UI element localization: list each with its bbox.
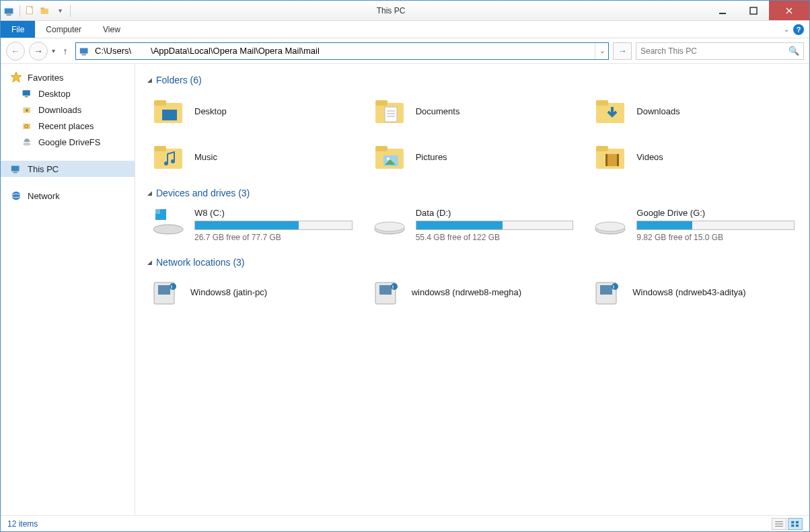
sidebar-label: Desktop — [38, 89, 71, 99]
folder-downloads[interactable]: Downloads — [589, 92, 797, 130]
title-bar: ▾ This PC — [1, 1, 809, 21]
folder-music[interactable]: Music — [147, 138, 355, 176]
navigation-bar: ← → ▾ ↑ ⌄ → 🔍 — [1, 38, 809, 64]
section-netloc-header[interactable]: ◢ Network locations (3) — [147, 257, 797, 268]
up-button[interactable]: ↑ — [59, 46, 71, 56]
svg-rect-25 — [162, 110, 177, 120]
sidebar-label: Recent places — [38, 121, 94, 131]
sidebar-favorites-header[interactable]: Favorites — [1, 69, 135, 85]
sidebar-label: Downloads — [38, 105, 81, 115]
svg-rect-39 — [375, 146, 388, 151]
section-drives-header[interactable]: ◢ Devices and drives (3) — [147, 188, 797, 198]
go-button[interactable]: → — [613, 42, 632, 60]
address-input[interactable] — [94, 43, 595, 59]
svg-rect-47 — [617, 154, 619, 166]
close-button[interactable] — [769, 1, 809, 20]
qat-dropdown-icon[interactable]: ▾ — [54, 5, 66, 17]
svg-rect-69 — [791, 524, 794, 526]
properties-icon[interactable] — [24, 5, 36, 17]
drive-d[interactable]: Data (D:) 55.4 GB free of 122 GB — [369, 205, 577, 245]
drive-name: Google Drive (G:) — [636, 208, 795, 218]
sidebar-item-downloads[interactable]: Downloads — [1, 102, 135, 118]
folder-pictures[interactable]: Pictures — [369, 138, 577, 176]
view-tiles-button[interactable] — [788, 518, 803, 530]
svg-rect-67 — [791, 521, 794, 523]
svg-rect-0 — [5, 8, 13, 13]
collapse-icon: ◢ — [147, 259, 152, 266]
address-dropdown-icon[interactable]: ⌄ — [595, 43, 608, 59]
section-title: Network locations (3) — [156, 257, 245, 268]
maximize-button[interactable] — [738, 1, 769, 20]
folder-label: Videos — [636, 152, 663, 162]
drives-grid: W8 (C:) 26.7 GB free of 77.7 GB Data (D:… — [147, 205, 797, 245]
minimize-button[interactable] — [707, 1, 738, 20]
svg-point-54 — [595, 222, 625, 231]
view-details-button[interactable] — [772, 518, 786, 530]
location-icon — [79, 45, 91, 57]
tab-computer[interactable]: Computer — [35, 21, 92, 38]
media-server-icon — [150, 277, 182, 307]
documents-folder-icon — [371, 95, 408, 127]
window-title: This PC — [75, 6, 707, 15]
svg-point-60 — [391, 283, 398, 290]
section-title: Folders (6) — [156, 75, 202, 85]
svg-point-63 — [612, 283, 618, 290]
folder-label: Documents — [416, 106, 460, 116]
new-folder-icon[interactable] — [39, 5, 51, 17]
folder-documents[interactable]: Documents — [369, 92, 577, 130]
drive-g[interactable]: Google Drive (G:) 9.82 GB free of 15.0 G… — [589, 205, 797, 245]
network-icon — [10, 190, 22, 202]
system-icon[interactable] — [3, 5, 15, 17]
sidebar-thispc[interactable]: This PC — [1, 161, 135, 177]
folder-label: Desktop — [194, 106, 227, 116]
section-folders-header[interactable]: ◢ Folders (6) — [147, 75, 797, 85]
tab-file[interactable]: File — [1, 21, 35, 38]
sidebar-item-recent[interactable]: Recent places — [1, 118, 135, 134]
svg-point-36 — [164, 161, 168, 165]
drive-free-text: 9.82 GB free of 15.0 GB — [636, 233, 795, 242]
svg-point-52 — [375, 222, 404, 231]
separator — [70, 5, 71, 17]
folder-desktop[interactable]: Desktop — [147, 92, 355, 130]
sidebar-network[interactable]: Network — [1, 188, 135, 204]
folder-label: Downloads — [636, 106, 679, 116]
address-bar[interactable]: ⌄ — [75, 42, 609, 60]
back-button[interactable]: ← — [6, 42, 25, 61]
quick-access-toolbar: ▾ — [1, 5, 75, 17]
svg-rect-10 — [82, 54, 86, 55]
svg-rect-6 — [750, 7, 757, 14]
forward-button[interactable]: → — [29, 42, 48, 61]
separator — [20, 5, 20, 17]
drive-c[interactable]: W8 (C:) 26.7 GB free of 77.7 GB — [147, 205, 355, 245]
folder-videos[interactable]: Videos — [589, 138, 797, 176]
svg-rect-35 — [154, 146, 166, 151]
svg-point-21 — [12, 192, 21, 200]
svg-point-41 — [387, 157, 390, 160]
tab-view[interactable]: View — [92, 21, 131, 38]
sidebar-item-googledrive[interactable]: Google DriveFS — [1, 134, 135, 150]
svg-rect-20 — [13, 172, 17, 174]
search-box[interactable]: 🔍 — [636, 42, 804, 60]
svg-rect-3 — [41, 8, 48, 13]
drive-capacity-bar — [416, 221, 574, 230]
netloc-3[interactable]: Windows8 (ndrweb43-aditya) — [589, 274, 797, 309]
folders-grid: Desktop Documents Downloads Music Pictur… — [147, 92, 797, 176]
netloc-label: Windows8 (jatin-pc) — [190, 287, 267, 297]
netloc-1[interactable]: Windows8 (jatin-pc) — [147, 274, 355, 309]
downloads-folder-icon — [592, 95, 628, 127]
svg-rect-46 — [605, 154, 608, 166]
star-icon — [10, 71, 22, 83]
sidebar-item-desktop[interactable]: Desktop — [1, 85, 135, 102]
help-icon[interactable]: ? — [793, 24, 804, 35]
drive-free-text: 26.7 GB free of 77.7 GB — [194, 233, 353, 242]
svg-point-57 — [170, 283, 176, 290]
history-dropdown-icon[interactable]: ▾ — [52, 47, 55, 54]
videos-folder-icon — [592, 141, 628, 173]
search-input[interactable] — [640, 46, 788, 56]
folder-label: Pictures — [416, 152, 447, 162]
pictures-folder-icon — [371, 141, 408, 173]
netloc-2[interactable]: windows8 (ndrweb8-megha) — [369, 274, 577, 309]
navigation-pane: Favorites Desktop Downloads Recent place… — [1, 64, 135, 515]
sidebar-label: This PC — [28, 164, 59, 174]
ribbon-expand-icon[interactable]: ⌄ — [784, 26, 789, 33]
